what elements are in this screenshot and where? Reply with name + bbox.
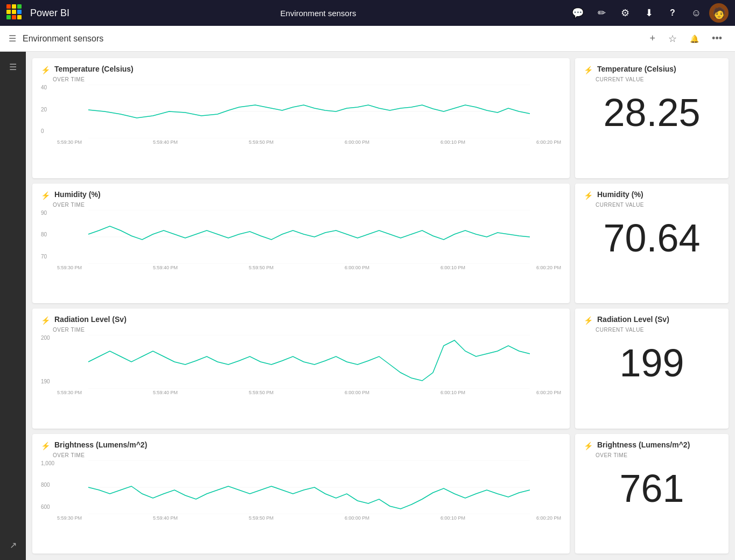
humidity-value: 70.64 (584, 219, 720, 257)
card-header: ⚡ Brightness (Lumens/m^2) (41, 440, 561, 450)
y-axis-labels: 40 20 0 (41, 85, 57, 134)
radiation-current-value-card: ⚡ Radiation Level (Sv) CURRENT VALUE 199 (575, 309, 729, 429)
help-icon[interactable]: ? (662, 2, 683, 24)
card-title: Temperature (Celsius) (597, 65, 676, 73)
card-subtitle: OVER TIME (53, 327, 561, 333)
page-title: Environment sensors (23, 34, 639, 44)
temperature-value: 28.25 (584, 93, 720, 132)
x-axis-labels: 5:59:30 PM 5:59:40 PM 5:59:50 PM 6:00:00… (41, 139, 561, 145)
temperature-chart (57, 85, 561, 138)
y-axis-labels: 200 190 (41, 335, 57, 384)
user-avatar[interactable]: 🧑 (709, 3, 729, 23)
dashboard: ⚡ Temperature (Celsius) OVER TIME 40 20 … (26, 52, 735, 560)
sidebar: ☰ ↗ (0, 52, 26, 560)
card-header: ⚡ Temperature (Celsius) (584, 65, 720, 74)
x-axis-labels: 5:59:30 PM 5:59:40 PM 5:59:50 PM 6:00:00… (41, 390, 561, 395)
card-subtitle: CURRENT VALUE (596, 327, 720, 333)
edit-icon[interactable]: ✏ (591, 2, 612, 24)
card-title: Humidity (%) (54, 190, 101, 199)
card-title: Radiation Level (Sv) (597, 315, 669, 324)
card-subtitle: OVER TIME (53, 202, 561, 208)
sidebar-nav-icon[interactable]: ☰ (2, 56, 24, 78)
brightness-over-time-card: ⚡ Brightness (Lumens/m^2) OVER TIME 1,00… (32, 434, 570, 554)
y-axis-labels: 1,000 800 600 (41, 460, 57, 510)
card-title: Brightness (Lumens/m^2) (597, 440, 690, 449)
bolt-icon: ⚡ (584, 66, 593, 74)
favorite-button[interactable]: ☆ (664, 31, 681, 47)
chart-container (57, 85, 561, 138)
humidity-current-value-card: ⚡ Humidity (%) CURRENT VALUE 70.64 (575, 184, 729, 304)
brightness-chart (57, 460, 561, 514)
chart-area: 40 20 0 5:59:30 PM 5:59:40 PM 5:59:50 PM (41, 85, 561, 145)
bolt-icon: ⚡ (41, 442, 50, 450)
card-header: ⚡ Humidity (%) (584, 190, 720, 200)
comment-icon[interactable]: 💬 (567, 2, 589, 24)
bolt-icon: ⚡ (584, 442, 593, 450)
chart-container (57, 210, 561, 264)
chart-container (57, 335, 561, 389)
sub-nav-actions: + ☆ 🔔 ••• (646, 31, 726, 47)
y-axis-labels: 90 80 70 (41, 210, 57, 260)
main-layout: ☰ ↗ ⚡ Temperature (Celsius) OVER TIME 40… (0, 52, 735, 560)
temperature-over-time-card: ⚡ Temperature (Celsius) OVER TIME 40 20 … (32, 58, 570, 178)
bolt-icon: ⚡ (584, 191, 593, 200)
temperature-current-value-card: ⚡ Temperature (Celsius) CURRENT VALUE 28… (575, 58, 729, 178)
settings-icon[interactable]: ⚙ (614, 2, 636, 24)
add-page-button[interactable]: + (646, 31, 660, 46)
more-options-button[interactable]: ••• (708, 31, 726, 46)
x-axis-labels: 5:59:30 PM 5:59:40 PM 5:59:50 PM 6:00:00… (41, 515, 561, 521)
card-subtitle: CURRENT VALUE (596, 76, 720, 82)
card-title: Temperature (Celsius) (54, 65, 134, 73)
radiation-value: 199 (584, 344, 720, 382)
bolt-icon: ⚡ (41, 66, 50, 74)
card-subtitle: CURRENT VALUE (596, 202, 720, 208)
radiation-chart (57, 335, 561, 389)
card-subtitle: OVER TIME (53, 76, 561, 82)
card-title: Humidity (%) (597, 190, 643, 199)
bolt-icon: ⚡ (584, 316, 593, 325)
bolt-icon: ⚡ (41, 316, 50, 325)
card-header: ⚡ Brightness (Lumens/m^2) (584, 440, 720, 450)
brightness-current-value-card: ⚡ Brightness (Lumens/m^2) OVER TIME 761 (575, 434, 729, 554)
card-header: ⚡ Radiation Level (Sv) (584, 315, 720, 325)
card-title: Radiation Level (Sv) (54, 315, 127, 324)
radiation-over-time-card: ⚡ Radiation Level (Sv) OVER TIME 200 190 (32, 309, 570, 429)
subscribe-button[interactable]: 🔔 (685, 32, 703, 45)
card-subtitle: OVER TIME (53, 452, 561, 458)
x-axis-labels: 5:59:30 PM 5:59:40 PM 5:59:50 PM 6:00:00… (41, 265, 561, 270)
download-icon[interactable]: ⬇ (638, 2, 660, 24)
humidity-chart (57, 210, 561, 264)
chart-area: 90 80 70 5:59:30 PM 5:59:40 PM 5:59:50 P (41, 210, 561, 270)
chart-area: 1,000 800 600 5:59:30 PM 5:59:40 PM 5:59 (41, 460, 561, 521)
brand-name: Power BI (30, 8, 69, 19)
hamburger-menu-icon[interactable]: ☰ (9, 33, 16, 44)
card-header: ⚡ Temperature (Celsius) (41, 65, 561, 74)
brightness-value: 761 (584, 469, 720, 508)
card-title: Brightness (Lumens/m^2) (54, 440, 147, 449)
chart-area: 200 190 5:59:30 PM 5:59:40 PM 5:59:50 PM… (41, 335, 561, 395)
chart-container (57, 460, 561, 514)
feedback-icon[interactable]: ☺ (685, 2, 707, 24)
bolt-icon: ⚡ (41, 191, 50, 200)
sidebar-bottom-icon[interactable]: ↗ (2, 534, 24, 556)
humidity-over-time-card: ⚡ Humidity (%) OVER TIME 90 80 70 (32, 184, 570, 304)
nav-title: Environment sensors (76, 9, 561, 18)
top-navigation: Power BI Environment sensors 💬 ✏ ⚙ ⬇ ? ☺… (0, 0, 735, 26)
nav-icons: 💬 ✏ ⚙ ⬇ ? ☺ 🧑 (567, 2, 729, 24)
card-header: ⚡ Radiation Level (Sv) (41, 315, 561, 325)
card-subtitle: OVER TIME (596, 452, 720, 458)
app-launcher[interactable] (6, 4, 24, 22)
card-header: ⚡ Humidity (%) (41, 190, 561, 200)
sub-navigation: ☰ Environment sensors + ☆ 🔔 ••• (0, 26, 735, 52)
